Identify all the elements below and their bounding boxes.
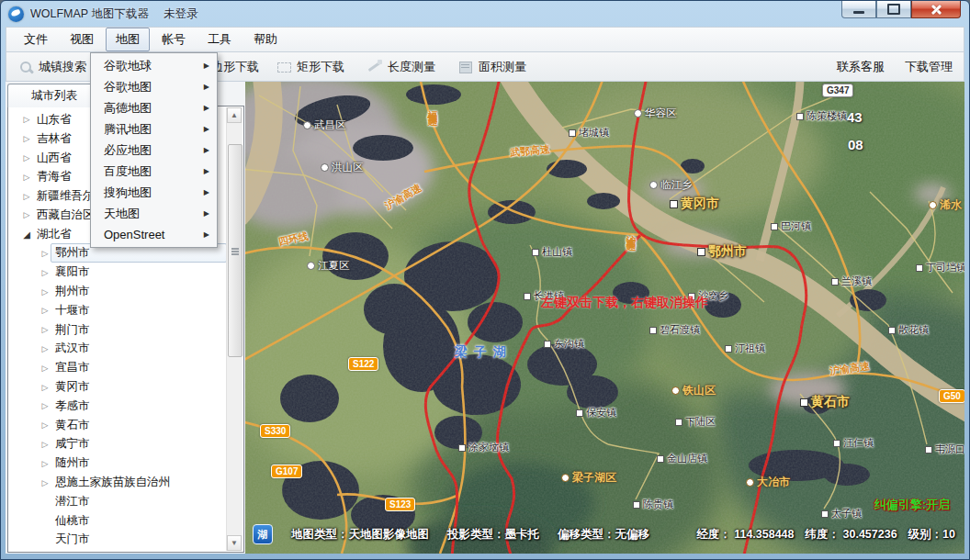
map-label-韦源口镇: 韦源口镇: [925, 442, 964, 456]
menubar-item-帐号[interactable]: 帐号: [152, 28, 196, 51]
map-instruction-text: 左键双击下载，右键取消操作: [541, 295, 708, 311]
tree-collapsed-icon[interactable]: ▷: [39, 287, 51, 297]
toolbar-link-下载管理[interactable]: 下载管理: [905, 59, 953, 75]
tree-city-潜江市[interactable]: 潜江市: [8, 492, 227, 511]
menu-item-OpenStreet[interactable]: OpenStreet▶: [91, 224, 217, 245]
toolbar-button-长度测量[interactable]: 长度测量: [367, 59, 435, 75]
window-controls: [841, 1, 961, 18]
tree-collapsed-icon[interactable]: ▷: [39, 268, 51, 277]
scroll-down-icon[interactable]: ▼: [227, 535, 242, 551]
maximize-button[interactable]: [876, 1, 911, 18]
tree-city-宜昌市[interactable]: ▷宜昌市: [8, 358, 227, 377]
tree-city-仙桃市[interactable]: 仙桃市: [8, 511, 227, 531]
tab-city-list-label: 城市列表: [31, 88, 77, 104]
menubar-item-文件[interactable]: 文件: [14, 28, 58, 51]
status-latitude: 纬度： 30.457236: [806, 527, 897, 543]
menubar-item-视图[interactable]: 视图: [60, 28, 104, 51]
scrollbar-grip-icon: [231, 251, 239, 252]
submenu-arrow-icon: ▶: [204, 83, 209, 91]
tree-city-label: 襄阳市: [51, 263, 95, 282]
toolbar-button-面积测量[interactable]: 面积测量: [457, 59, 526, 75]
town-marker-icon: [831, 278, 839, 286]
status-map-type: 地图类型：天地图影像地图: [291, 527, 429, 543]
town-marker-icon: [458, 444, 466, 452]
map-label-text: 华容区: [645, 106, 677, 120]
menu-item-谷歌地图[interactable]: 谷歌地图▶: [91, 76, 217, 97]
county-marker-icon: [929, 201, 937, 209]
tree-collapsed-icon[interactable]: ▷: [39, 325, 51, 334]
tree-city-随州市[interactable]: ▷随州市: [8, 454, 227, 473]
menubar-item-帮助[interactable]: 帮助: [243, 28, 288, 51]
tree-collapsed-icon[interactable]: ▷: [21, 115, 32, 124]
tree-city-天门市[interactable]: 天门市: [8, 531, 227, 550]
menu-item-必应地图[interactable]: 必应地图▶: [91, 140, 217, 161]
map-label-text: 丁司垱镇: [926, 261, 964, 274]
road-shield-G50: G50: [939, 389, 964, 403]
tree-collapsed-icon[interactable]: ▷: [39, 364, 51, 373]
map-label-text: 杜山镇: [542, 245, 572, 259]
menu-item-天地图[interactable]: 天地图▶: [91, 203, 217, 224]
tree-collapsed-icon[interactable]: ▷: [39, 344, 51, 353]
minimize-button[interactable]: [841, 1, 876, 18]
menu-item-百度地图[interactable]: 百度地图▶: [91, 161, 217, 182]
submenu-arrow-icon: ▶: [204, 167, 209, 175]
correction-engine-status: 纠偏引擎:开启: [874, 497, 950, 513]
tree-collapsed-icon[interactable]: ▷: [21, 210, 32, 219]
menubar-item-工具[interactable]: 工具: [197, 28, 242, 51]
tree-city-荆州市[interactable]: ▷荆州市: [8, 282, 227, 301]
tree-city-恩施土家族苗族自治州[interactable]: ▷恩施土家族苗族自治州: [8, 473, 227, 492]
tree-city-荆门市[interactable]: ▷荆门市: [8, 320, 227, 340]
map-label-text: 金山店镇: [667, 452, 707, 465]
titlebar: WOLFMAP 地图下载器 未登录: [1, 1, 969, 27]
tree-collapsed-icon[interactable]: ▷: [39, 420, 51, 430]
scroll-up-icon[interactable]: ▲: [227, 107, 242, 123]
district-marker-icon: [321, 163, 329, 172]
close-button[interactable]: [911, 1, 961, 18]
toolbar-button-label: 长度测量: [388, 59, 435, 75]
tree-collapsed-icon[interactable]: ▷: [39, 401, 51, 410]
map-label-text: 下陆区: [685, 415, 716, 429]
tree-collapsed-icon[interactable]: ▷: [39, 459, 51, 468]
tree-city-label: 黄冈市: [51, 377, 95, 397]
tree-collapsed-icon[interactable]: ▷: [21, 134, 32, 143]
tree-collapsed-icon[interactable]: ▷: [21, 173, 32, 182]
tree-city-武汉市[interactable]: ▷武汉市: [8, 340, 227, 359]
tree-city-十堰市[interactable]: ▷十堰市: [8, 301, 227, 320]
tree-city-孝感市[interactable]: ▷孝感市: [8, 397, 227, 416]
tree-expanded-icon[interactable]: ◢: [21, 230, 32, 240]
tree-collapsed-icon[interactable]: ▷: [21, 192, 32, 201]
tree-city-咸宁市[interactable]: ▷咸宁市: [8, 435, 227, 454]
tree-collapsed-icon[interactable]: ▷: [39, 249, 51, 258]
toolbar-link-联系客服[interactable]: 联系客服: [837, 59, 885, 75]
menu-item-label: 谷歌地球: [104, 58, 204, 74]
toolbar-buttons: 城镇搜索多边形下载矩形下载长度测量面积测量: [6, 59, 526, 75]
tree-collapsed-icon[interactable]: ▷: [39, 478, 51, 487]
submenu-arrow-icon: ▶: [204, 62, 209, 70]
menu-item-腾讯地图[interactable]: 腾讯地图▶: [91, 118, 217, 140]
map-label-下陆区: 下陆区: [675, 415, 716, 429]
tree-collapsed-icon[interactable]: ▷: [39, 383, 51, 392]
tree-city-黄冈市[interactable]: ▷黄冈市: [8, 377, 227, 397]
sidebar-scrollbar[interactable]: ▲ ▼: [226, 107, 242, 551]
window-bottom-border: [1, 554, 969, 560]
tree-collapsed-icon[interactable]: ▷: [39, 440, 51, 449]
tree-province-label: 湖北省: [32, 225, 76, 244]
tree-collapsed-icon[interactable]: ▷: [21, 153, 32, 162]
menu-item-搜狗地图[interactable]: 搜狗地图▶: [91, 182, 217, 203]
menu-item-高德地图[interactable]: 高德地图▶: [91, 97, 217, 118]
tree-collapsed-icon[interactable]: ▷: [39, 306, 51, 315]
tree-city-label: 宜昌市: [51, 358, 95, 377]
scrollbar-thumb[interactable]: [228, 144, 242, 357]
map-label-text: 江夏区: [318, 259, 350, 273]
tab-city-list[interactable]: 城市列表: [7, 84, 101, 107]
menu-item-谷歌地球[interactable]: 谷歌地球▶: [91, 55, 217, 76]
toolbar-button-矩形下载[interactable]: 矩形下载: [276, 59, 344, 75]
map-viewport[interactable]: 武昌区洪山区江夏区华容区临江乡陈策楼镇堵城镇杜山镇长港镇沙窝乡碧石渡镇汀祖镇东沟…: [245, 82, 964, 554]
menubar-item-地图[interactable]: 地图: [106, 28, 150, 51]
area-icon: [457, 59, 474, 75]
map-label-兰溪镇: 兰溪镇: [831, 274, 872, 288]
tree-city-襄阳市[interactable]: ▷襄阳市: [8, 263, 227, 282]
tree-province-label: 吉林省: [32, 129, 76, 149]
tree-city-黄石市[interactable]: ▷黄石市: [8, 416, 227, 435]
toolbar-button-城镇搜索[interactable]: 城镇搜索: [17, 59, 86, 75]
